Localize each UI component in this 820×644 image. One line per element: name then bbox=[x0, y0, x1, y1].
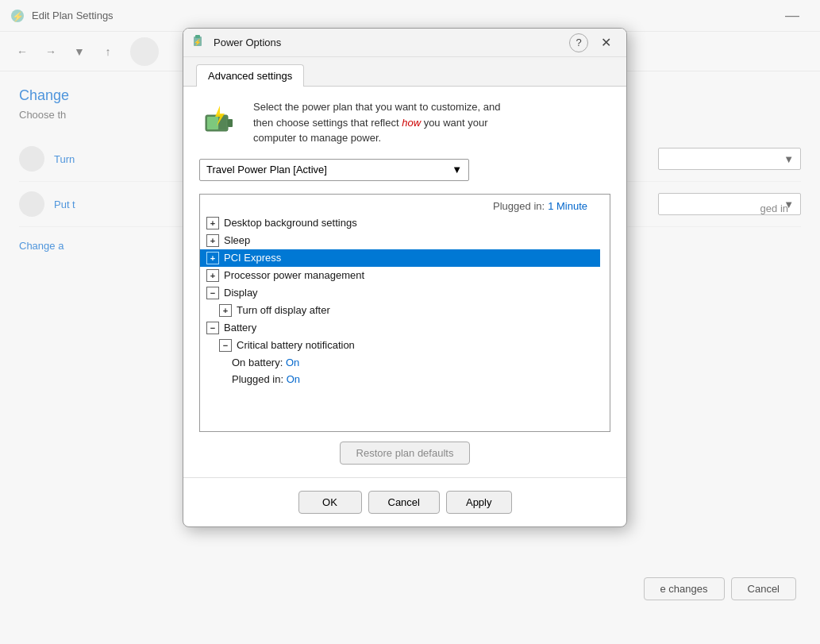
expand-icon-battery[interactable]: − bbox=[206, 322, 219, 334]
tree-label-display: Display bbox=[224, 287, 258, 299]
dialog-plan-dropdown-value: Travel Power Plan [Active] bbox=[206, 164, 327, 175]
tree-header-value: 1 Minute bbox=[548, 200, 587, 212]
expand-icon-desktop-bg[interactable]: + bbox=[206, 217, 219, 229]
apply-button[interactable]: Apply bbox=[446, 491, 512, 514]
settings-tree[interactable]: Plugged in: 1 Minute + Desktop backgroun… bbox=[199, 194, 610, 432]
dialog-body: Select the power plan that you want to c… bbox=[183, 87, 626, 477]
dialog-titlebar: ⚡ Power Options ? ✕ bbox=[183, 29, 626, 57]
tree-item-battery[interactable]: − Battery bbox=[206, 319, 594, 337]
dialog-desc-line3: computer to manage power. bbox=[253, 132, 381, 144]
dialog-title-icon: ⚡ bbox=[193, 34, 207, 52]
svg-rect-6 bbox=[228, 119, 233, 127]
tree-item-processor[interactable]: + Processor power management bbox=[206, 267, 594, 284]
bg-change-link-text: Change a bbox=[19, 240, 64, 252]
tree-label-plugged-in: Plugged in: bbox=[232, 373, 287, 385]
bg-dropdown-1-arrow: ▼ bbox=[783, 153, 794, 165]
dialog-desc-line2: then choose settings that reflect bbox=[253, 117, 402, 129]
dialog-help-button[interactable]: ? bbox=[569, 33, 588, 52]
cancel-button[interactable]: Cancel bbox=[368, 491, 440, 514]
dialog-plan-dropdown-row: Travel Power Plan [Active] ▼ bbox=[199, 159, 610, 181]
expand-icon-turn-off[interactable]: + bbox=[219, 304, 232, 317]
tree-item-on-battery[interactable]: On battery: On bbox=[206, 354, 594, 371]
bg-minimize-button[interactable]: — bbox=[774, 3, 810, 29]
svg-text:⚡: ⚡ bbox=[12, 10, 24, 22]
dialog-desc-line1: Select the power plan that you want to c… bbox=[253, 101, 500, 113]
tree-item-turn-off-display[interactable]: + Turn off display after bbox=[206, 302, 594, 319]
tree-label-sleep: Sleep bbox=[224, 234, 250, 246]
dialog-desc-line2b: you want your bbox=[421, 117, 488, 129]
tree-value-plugged-in: On bbox=[287, 373, 300, 385]
nav-up-button[interactable]: ↑ bbox=[95, 39, 121, 64]
bg-row-2-icon bbox=[19, 191, 44, 217]
dialog-plan-dropdown[interactable]: Travel Power Plan [Active] ▼ bbox=[199, 159, 469, 181]
tree-item-desktop-bg[interactable]: + Desktop background settings bbox=[206, 214, 594, 232]
expand-icon-pci[interactable]: + bbox=[206, 252, 219, 264]
tree-label-turn-off: Turn off display after bbox=[237, 304, 330, 316]
dialog-titlebar-controls: ? ✕ bbox=[569, 32, 617, 54]
tree-value-on-battery: On bbox=[286, 357, 299, 368]
dialog-dropdown-arrow-icon: ▼ bbox=[452, 164, 462, 175]
tree-header-row: Plugged in: 1 Minute bbox=[206, 198, 594, 214]
svg-rect-7 bbox=[207, 117, 218, 129]
tree-label-desktop-bg: Desktop background settings bbox=[224, 217, 357, 229]
dialog-power-icon bbox=[199, 99, 241, 141]
bg-logged-in-text: ged in bbox=[760, 202, 788, 214]
dialog-tab-bar: Advanced settings bbox=[183, 57, 626, 87]
tree-header-label: Plugged in: bbox=[493, 200, 545, 212]
nav-down-button[interactable]: ▼ bbox=[67, 39, 92, 64]
bg-titlebar: ⚡ Edit Plan Settings — bbox=[0, 0, 820, 32]
dialog-desc-highlight: how bbox=[402, 117, 421, 129]
bg-window-icon: ⚡ bbox=[10, 8, 25, 24]
tree-item-pci-express[interactable]: + PCI Express bbox=[200, 249, 600, 267]
bg-save-changes-button[interactable]: e changes bbox=[644, 577, 725, 600]
tree-label-pci: PCI Express bbox=[224, 252, 281, 264]
bg-row-1-dropdown[interactable]: ▼ bbox=[658, 148, 801, 170]
nav-forward-icon: → bbox=[45, 45, 56, 58]
svg-rect-3 bbox=[195, 35, 200, 38]
dialog-description-area: Select the power plan that you want to c… bbox=[199, 99, 610, 146]
dialog-footer: OK Cancel Apply bbox=[183, 477, 626, 526]
bg-row-1-icon bbox=[19, 146, 44, 172]
tree-item-sleep[interactable]: + Sleep bbox=[206, 232, 594, 249]
nav-back-button[interactable]: ← bbox=[10, 39, 35, 64]
tree-label-battery: Battery bbox=[224, 322, 256, 334]
dialog-close-button[interactable]: ✕ bbox=[595, 32, 617, 54]
power-options-dialog: ⚡ Power Options ? ✕ Advanced settings bbox=[183, 28, 627, 527]
dialog-title-text: Power Options bbox=[214, 37, 569, 48]
nav-back-icon: ← bbox=[17, 45, 28, 58]
expand-icon-processor[interactable]: + bbox=[206, 269, 219, 282]
nav-folder-icon bbox=[130, 37, 159, 66]
bg-window-title: Edit Plan Settings bbox=[32, 10, 774, 21]
bg-cancel-button[interactable]: Cancel bbox=[731, 577, 796, 600]
bg-window-controls: — bbox=[774, 3, 810, 29]
tab-advanced-settings[interactable]: Advanced settings bbox=[196, 64, 304, 87]
tree-label-on-battery: On battery: bbox=[232, 357, 286, 368]
nav-forward-button[interactable]: → bbox=[38, 39, 64, 64]
restore-plan-defaults-button[interactable]: Restore plan defaults bbox=[340, 442, 471, 465]
svg-text:⚡: ⚡ bbox=[194, 38, 202, 46]
bg-save-buttons: e changes Cancel bbox=[644, 577, 796, 600]
tree-label-processor: Processor power management bbox=[224, 269, 364, 281]
nav-up-icon: ↑ bbox=[106, 45, 111, 58]
expand-icon-critical[interactable]: − bbox=[219, 339, 232, 352]
tree-item-display[interactable]: − Display bbox=[206, 284, 594, 302]
expand-icon-sleep[interactable]: + bbox=[206, 234, 219, 247]
tree-item-plugged-in-on[interactable]: Plugged in: On bbox=[206, 371, 594, 388]
nav-down-icon: ▼ bbox=[74, 45, 85, 58]
ok-button[interactable]: OK bbox=[298, 491, 362, 514]
dialog-description-text: Select the power plan that you want to c… bbox=[253, 99, 500, 146]
tree-item-critical-battery[interactable]: − Critical battery notification bbox=[206, 337, 594, 354]
expand-icon-display[interactable]: − bbox=[206, 287, 219, 299]
tree-label-critical: Critical battery notification bbox=[237, 339, 355, 351]
